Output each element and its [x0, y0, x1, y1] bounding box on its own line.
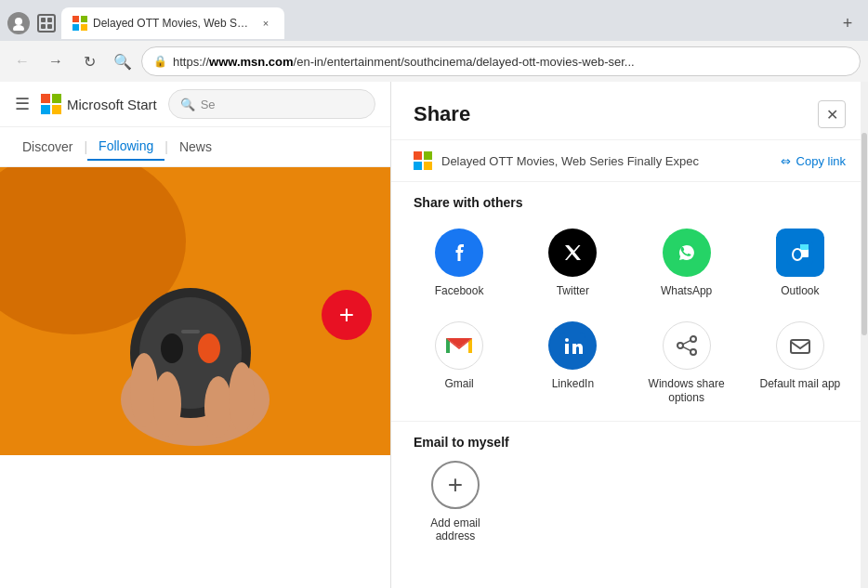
share-linkedin-button[interactable]: LinkedIn	[516, 310, 629, 417]
linkedin-label: LinkedIn	[552, 377, 594, 392]
add-content-button[interactable]: +	[322, 290, 372, 340]
tab-list: Delayed OTT Movies, Web Series ×	[61, 7, 831, 39]
search-button[interactable]: 🔍	[108, 46, 138, 76]
address-text: https://www.msn.com/en-in/entertainment/…	[173, 55, 848, 69]
facebook-label: Facebook	[435, 284, 484, 299]
email-myself-title: Email to myself	[414, 435, 846, 450]
share-default-mail-button[interactable]: Default mail app	[743, 310, 857, 417]
share-with-others-title: Share with others	[391, 182, 868, 217]
svg-rect-4	[41, 24, 46, 29]
svg-point-40	[677, 343, 683, 348]
twitter-label: Twitter	[557, 284, 589, 299]
tab-bar: Delayed OTT Movies, Web Series × +	[0, 0, 868, 41]
share-link-title: Delayed OTT Movies, Web Series Finally E…	[441, 154, 771, 168]
msn-nav: Discover | Following | News	[0, 127, 390, 167]
forward-button[interactable]: →	[41, 46, 71, 76]
share-twitter-button[interactable]: Twitter	[516, 217, 629, 310]
share-facebook-button[interactable]: Facebook	[402, 217, 516, 310]
svg-rect-11	[52, 94, 61, 103]
nav-item-following[interactable]: Following	[87, 133, 164, 161]
svg-line-43	[682, 346, 690, 350]
svg-point-20	[198, 333, 220, 363]
share-whatsapp-button[interactable]: WhatsApp	[630, 217, 743, 310]
profile-icon[interactable]	[7, 12, 30, 34]
browser-chrome: Delayed OTT Movies, Web Series × + ← → ↻…	[0, 0, 868, 82]
add-email-icon: +	[431, 461, 480, 509]
search-icon: 🔍	[180, 98, 195, 111]
nav-item-news[interactable]: News	[168, 134, 223, 160]
reload-button[interactable]: ↻	[74, 46, 104, 76]
msn-page: ☰ Microsoft Start 🔍 Se Discover | Follow…	[0, 82, 390, 588]
facebook-icon	[435, 229, 483, 277]
page-content: ☰ Microsoft Start 🔍 Se Discover | Follow…	[0, 82, 868, 588]
svg-line-42	[682, 340, 690, 344]
svg-rect-12	[41, 105, 50, 114]
msn-brand-label: Microsoft Start	[67, 97, 157, 112]
address-bar[interactable]: 🔒 https://www.msn.com/en-in/entertainmen…	[141, 46, 861, 76]
svg-point-39	[690, 336, 696, 342]
whatsapp-label: WhatsApp	[661, 284, 712, 299]
svg-rect-8	[72, 24, 79, 31]
hamburger-menu-button[interactable]: ☰	[15, 94, 30, 114]
share-gmail-button[interactable]: Gmail	[402, 310, 516, 417]
msn-search-input[interactable]: 🔍 Se	[168, 89, 375, 119]
svg-rect-29	[424, 162, 432, 170]
nav-item-discover[interactable]: Discover	[11, 134, 84, 160]
tab-group-icon[interactable]	[37, 14, 56, 33]
svg-rect-33	[800, 244, 809, 250]
svg-rect-5	[47, 24, 52, 29]
active-tab[interactable]: Delayed OTT Movies, Web Series ×	[61, 7, 284, 39]
svg-rect-28	[414, 162, 422, 170]
copy-link-button[interactable]: ⇔ Copy link	[781, 154, 846, 168]
svg-point-23	[153, 372, 181, 437]
share-scrollbar[interactable]	[861, 82, 868, 588]
svg-rect-9	[81, 24, 87, 31]
email-myself-section: Email to myself + Add email address	[391, 421, 868, 550]
svg-rect-27	[424, 151, 432, 160]
svg-point-25	[229, 362, 255, 433]
scrollbar-thumb	[861, 133, 867, 335]
gmail-label: Gmail	[444, 377, 473, 392]
svg-rect-2	[41, 18, 46, 22]
svg-point-0	[15, 18, 22, 25]
svg-rect-6	[72, 16, 79, 22]
svg-point-1	[13, 25, 24, 31]
tab-close-button[interactable]: ×	[258, 16, 273, 31]
svg-rect-44	[791, 340, 809, 353]
svg-rect-21	[181, 330, 200, 333]
linkedin-icon	[548, 321, 597, 370]
outlook-icon	[776, 229, 824, 277]
svg-point-35	[794, 250, 801, 259]
back-button[interactable]: ←	[7, 46, 37, 76]
gmail-icon	[435, 321, 483, 370]
default-mail-icon	[776, 321, 824, 370]
svg-rect-7	[81, 16, 87, 22]
share-title: Share	[414, 102, 470, 126]
svg-rect-38	[565, 344, 569, 354]
share-grid: Facebook Twitter What	[391, 217, 868, 417]
svg-point-24	[204, 376, 232, 438]
msn-logo-icon	[41, 94, 61, 114]
windows-share-label: Windows share options	[638, 377, 736, 406]
whatsapp-icon	[663, 229, 711, 277]
msn-logo: Microsoft Start	[41, 94, 157, 114]
svg-point-19	[161, 333, 183, 363]
share-windows-button[interactable]: Windows share options	[630, 310, 743, 417]
share-close-button[interactable]: ✕	[818, 100, 846, 128]
lock-icon: 🔒	[153, 55, 167, 68]
tab-favicon	[72, 16, 87, 31]
new-tab-button[interactable]: +	[835, 10, 861, 36]
svg-rect-26	[414, 151, 422, 160]
svg-rect-13	[52, 105, 61, 114]
share-outlook-button[interactable]: Outlook	[743, 217, 857, 310]
add-email-button[interactable]: + Add email address	[414, 461, 497, 542]
outlook-label: Outlook	[781, 284, 819, 299]
msn-header: ☰ Microsoft Start 🔍 Se	[0, 82, 390, 127]
nav-bar: ← → ↻ 🔍 🔒 https://www.msn.com/en-in/ente…	[0, 41, 868, 82]
copy-link-icon: ⇔	[781, 154, 791, 168]
article-image: +	[0, 167, 390, 455]
twitter-icon	[548, 229, 597, 277]
svg-rect-3	[47, 18, 52, 22]
share-link-row: Delayed OTT Movies, Web Series Finally E…	[391, 140, 868, 182]
svg-point-41	[690, 349, 696, 355]
